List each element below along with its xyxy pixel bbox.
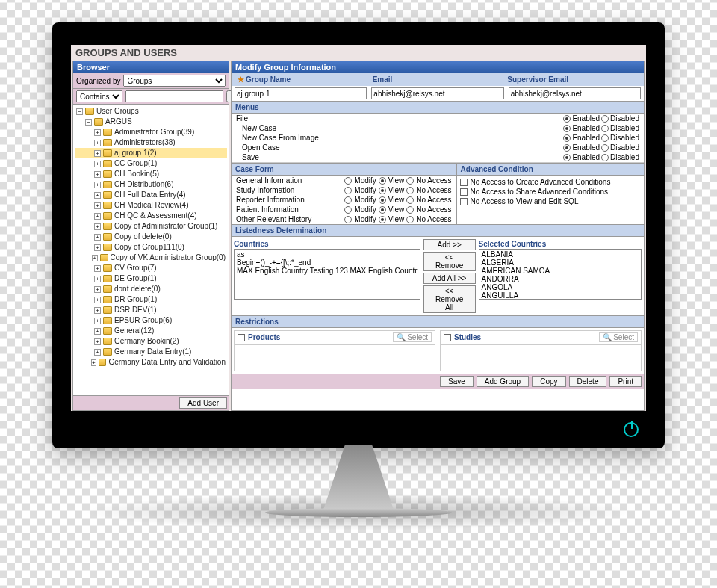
products-checkbox[interactable] [238, 334, 245, 341]
selected-countries-listbox[interactable]: ALBANIAALGERIAAMERICAN SAMOAANDORRAANGOL… [479, 249, 642, 300]
tree-item[interactable]: +CC Group(1) [75, 158, 227, 169]
tree-item[interactable]: +General(12) [75, 326, 227, 336]
products-list[interactable] [234, 344, 435, 371]
add-user-button[interactable]: Add User [179, 397, 227, 409]
view-radio[interactable] [379, 177, 386, 185]
disabled-radio[interactable] [601, 144, 609, 152]
tree-item[interactable]: +CH Bookin(5) [75, 169, 227, 179]
expand-icon[interactable]: + [94, 328, 101, 335]
expand-icon[interactable]: + [94, 140, 101, 146]
delete-button[interactable]: Delete [569, 376, 607, 387]
tree-item[interactable]: +CH Full Data Entry(4) [75, 190, 227, 200]
tree-item[interactable]: +Copy of delete(0) [75, 232, 227, 242]
group-name-input[interactable] [235, 87, 367, 99]
remove-button[interactable]: << Remove [423, 252, 476, 271]
expand-icon[interactable]: + [94, 297, 101, 303]
expand-icon[interactable]: + [94, 234, 101, 241]
expand-icon[interactable]: + [94, 244, 101, 251]
expand-icon[interactable]: + [94, 182, 101, 188]
tree-item[interactable]: +Germany Data Entry and Validation [75, 357, 227, 368]
tree-item[interactable]: +Administrators(38) [75, 137, 227, 148]
enabled-radio[interactable] [563, 144, 571, 152]
modify-radio[interactable] [344, 187, 352, 194]
disabled-radio[interactable] [601, 134, 609, 142]
tree-argus-label[interactable]: ARGUS [105, 117, 132, 127]
collapse-icon[interactable]: − [76, 108, 83, 115]
countries-listbox[interactable]: asBegin+()_-+={[\;:*_endMAX English Coun… [234, 249, 420, 300]
selected-country-option[interactable]: ANGOLA [482, 283, 639, 291]
noaccess-radio[interactable] [406, 216, 414, 223]
tree-item[interactable]: +Germany Bookin(2) [75, 336, 227, 347]
tree-item[interactable]: +CH Distribution(6) [75, 179, 227, 190]
filter-input[interactable] [125, 90, 223, 102]
expand-icon[interactable]: + [94, 318, 101, 324]
expand-icon[interactable]: + [94, 161, 101, 167]
studies-checkbox[interactable] [444, 334, 451, 341]
view-radio[interactable] [379, 187, 386, 194]
enabled-radio[interactable] [563, 115, 571, 123]
expand-icon[interactable]: + [94, 286, 101, 293]
expand-icon[interactable]: + [94, 338, 101, 345]
enabled-radio[interactable] [563, 154, 571, 161]
tree-item[interactable]: +DSR DEV(1) [75, 305, 227, 315]
group-tree[interactable]: −User Groups−ARGUS+Administrator Group(3… [73, 105, 229, 395]
tree-item[interactable]: +DR Group(1) [75, 294, 227, 305]
expand-icon[interactable]: + [94, 150, 101, 157]
modify-radio[interactable] [344, 216, 352, 223]
country-option[interactable]: as [237, 250, 418, 259]
tree-item[interactable]: +EPSUR Group(6) [75, 315, 227, 326]
expand-icon[interactable]: + [94, 265, 101, 272]
email-input[interactable] [371, 87, 503, 99]
tree-root-label[interactable]: User Groups [96, 106, 139, 117]
modify-radio[interactable] [344, 177, 352, 185]
selected-country-option[interactable]: ANGUILLA [482, 291, 639, 300]
tree-item[interactable]: +Copy of VK Administrator Group(0) [75, 253, 227, 263]
expand-icon[interactable]: + [94, 223, 101, 230]
view-radio[interactable] [379, 206, 386, 214]
collapse-icon[interactable]: − [85, 119, 92, 126]
add-button[interactable]: Add >> [423, 239, 476, 250]
disabled-radio[interactable] [601, 125, 609, 132]
expand-icon[interactable]: + [94, 171, 101, 178]
country-option[interactable]: MAX English Country Testing 123 MAX Engl… [237, 267, 418, 275]
add-group-button[interactable]: Add Group [477, 376, 529, 387]
disabled-radio[interactable] [601, 154, 609, 161]
country-option[interactable]: Begin+()_-+={[\;:*_end [237, 259, 418, 267]
enabled-radio[interactable] [563, 125, 571, 132]
noaccess-radio[interactable] [406, 196, 414, 204]
tree-item[interactable]: +dont delete(0) [75, 284, 227, 294]
tree-item[interactable]: +DE Group(1) [75, 273, 227, 284]
tree-item[interactable]: +CH Medical Review(4) [75, 200, 227, 211]
tree-item[interactable]: +Administrator Group(39) [75, 127, 227, 137]
menus-list[interactable]: File Enabled DisabledNew Case Enabled Di… [232, 114, 644, 163]
tree-item[interactable]: +Copy of Group111(0) [75, 242, 227, 253]
expand-icon[interactable]: + [94, 192, 101, 199]
advanced-checkbox[interactable] [460, 198, 468, 205]
disabled-radio[interactable] [601, 115, 609, 123]
expand-icon[interactable]: + [94, 202, 101, 209]
tree-item[interactable]: +Copy of Administrator Group(1) [75, 221, 227, 232]
copy-button[interactable]: Copy [532, 376, 565, 387]
noaccess-radio[interactable] [406, 206, 414, 214]
noaccess-radio[interactable] [406, 187, 414, 194]
selected-country-option[interactable]: ANDORRA [482, 275, 639, 283]
expand-icon[interactable]: + [94, 349, 101, 356]
sup-email-input[interactable] [509, 87, 641, 99]
expand-icon[interactable]: + [91, 359, 97, 366]
studies-list[interactable] [440, 344, 642, 371]
studies-select-button[interactable]: 🔍Select [599, 332, 638, 342]
expand-icon[interactable]: + [94, 276, 101, 282]
view-radio[interactable] [379, 216, 386, 223]
tree-item[interactable]: +CV Group(7) [75, 263, 227, 273]
organized-by-select[interactable]: Groups [123, 75, 226, 87]
view-radio[interactable] [379, 196, 386, 204]
expand-icon[interactable]: + [94, 129, 101, 136]
noaccess-radio[interactable] [406, 177, 414, 185]
save-button[interactable]: Save [440, 376, 474, 387]
tree-item[interactable]: +aj group 1(2) [75, 148, 227, 158]
modify-radio[interactable] [344, 206, 352, 214]
expand-icon[interactable]: + [92, 255, 98, 261]
removeall-button[interactable]: << Remove All [423, 285, 476, 313]
tree-item[interactable]: +Germany Data Entry(1) [75, 347, 227, 357]
enabled-radio[interactable] [563, 134, 571, 142]
